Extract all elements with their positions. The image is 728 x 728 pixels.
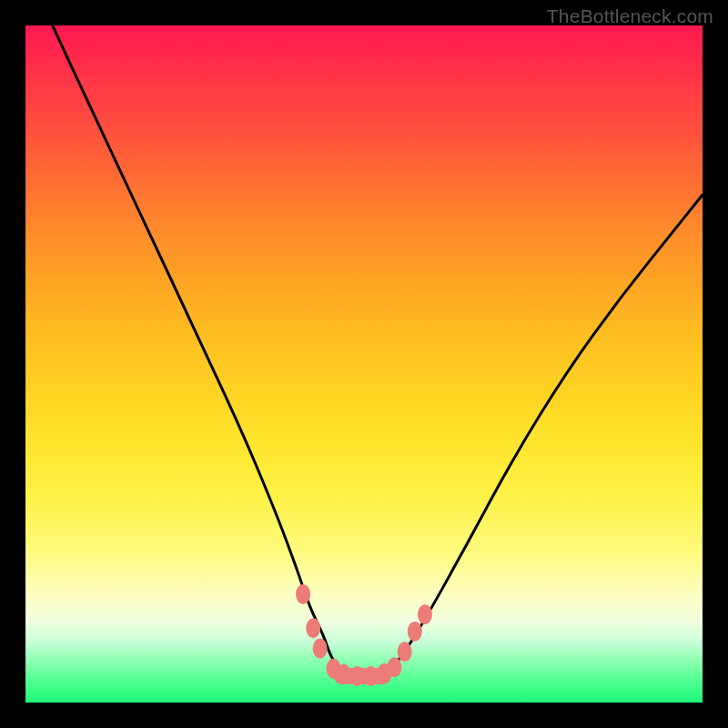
- gradient-background: [25, 25, 703, 703]
- plot-area: [25, 25, 703, 703]
- chart-frame: TheBottleneck.com: [0, 0, 728, 728]
- watermark-text: TheBottleneck.com: [547, 5, 713, 27]
